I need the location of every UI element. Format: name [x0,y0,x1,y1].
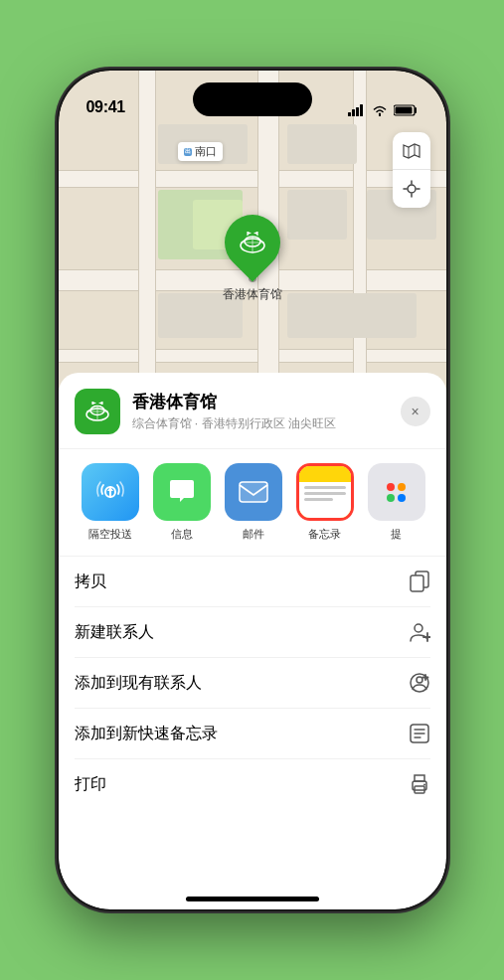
svg-rect-30 [240,482,267,502]
printer-icon [409,773,430,795]
airdrop-action[interactable]: 隔空投送 [75,463,146,542]
mail-label: 邮件 [243,527,264,542]
print-label: 打印 [75,774,106,795]
notes-lines [299,482,351,518]
notes-icon-visual [299,466,351,518]
copy-label: 拷贝 [75,572,106,592]
notes-top-bar [299,466,351,482]
svg-marker-26 [98,402,102,405]
sheet-venue-subtitle: 综合体育馆 · 香港特别行政区 油尖旺区 [132,415,389,432]
notes-icon [296,463,354,521]
copy-icon [409,571,430,592]
copy-action-item[interactable]: 拷贝 [75,557,430,607]
add-note-label: 添加到新快速备忘录 [75,724,218,744]
svg-point-48 [423,784,425,786]
new-contact-item[interactable]: 新建联系人 [75,607,430,658]
notes-label: 备忘录 [308,527,341,542]
signal-icon [348,104,366,116]
more-action[interactable]: 提 [361,463,432,542]
home-indicator [186,897,319,901]
location-button[interactable] [393,170,430,208]
venue-pin-bubble [213,203,291,281]
messages-action[interactable]: 信息 [146,463,218,542]
messages-label: 信息 [171,527,193,542]
add-note-item[interactable]: 添加到新快速备忘录 [75,709,430,759]
more-label: 提 [391,527,402,542]
map-exit-label: 出 南口 [178,142,223,161]
wifi-icon [372,104,388,116]
more-icon [368,463,425,521]
battery-icon [394,104,419,116]
svg-rect-33 [411,575,423,591]
svg-marker-24 [92,402,96,405]
print-item[interactable]: 打印 [75,759,430,809]
mail-action[interactable]: 邮件 [218,463,289,542]
phone-frame: 09:41 [59,71,446,909]
svg-rect-0 [348,112,351,116]
svg-rect-46 [415,775,424,781]
notes-action[interactable]: 备忘录 [289,463,361,542]
note-icon [409,723,430,744]
messages-icon [153,463,211,521]
person-add-icon [409,621,430,643]
svg-rect-3 [360,104,363,116]
share-actions-row: 隔空投送 信息 [59,449,446,557]
svg-marker-16 [248,232,252,235]
dynamic-island [193,82,312,116]
sheet-venue-info: 香港体育馆 综合体育馆 · 香港特别行政区 油尖旺区 [132,391,389,432]
bottom-sheet: 香港体育馆 综合体育馆 · 香港特别行政区 油尖旺区 × [59,373,446,909]
airdrop-icon [82,463,139,521]
sheet-header: 香港体育馆 综合体育馆 · 香港特别行政区 油尖旺区 × [59,373,446,449]
sheet-venue-icon [75,389,120,434]
person-circle-icon [409,672,430,694]
map-type-button[interactable] [393,132,430,170]
svg-point-38 [417,677,422,683]
mail-icon [225,463,282,521]
exit-label-prefix: 出 [184,148,192,156]
svg-rect-1 [352,109,355,116]
sheet-close-button[interactable]: × [401,397,430,426]
add-existing-label: 添加到现有联系人 [75,673,202,694]
status-icons [348,104,419,116]
svg-rect-2 [356,107,359,116]
svg-rect-5 [395,107,412,114]
sheet-venue-name: 香港体育馆 [132,391,389,413]
add-existing-contact-item[interactable]: 添加到现有联系人 [75,658,430,709]
action-list: 拷贝 新建联系人 [59,557,446,809]
venue-pin-label: 香港体育馆 [223,286,282,303]
venue-pin-icon [238,228,267,257]
airdrop-label: 隔空投送 [88,527,132,542]
venue-pin[interactable]: 香港体育馆 [223,215,282,303]
new-contact-label: 新建联系人 [75,622,154,643]
svg-marker-18 [253,232,257,235]
svg-point-6 [408,185,416,193]
svg-point-34 [415,624,422,632]
status-time: 09:41 [86,98,125,116]
map-controls[interactable] [393,132,430,208]
